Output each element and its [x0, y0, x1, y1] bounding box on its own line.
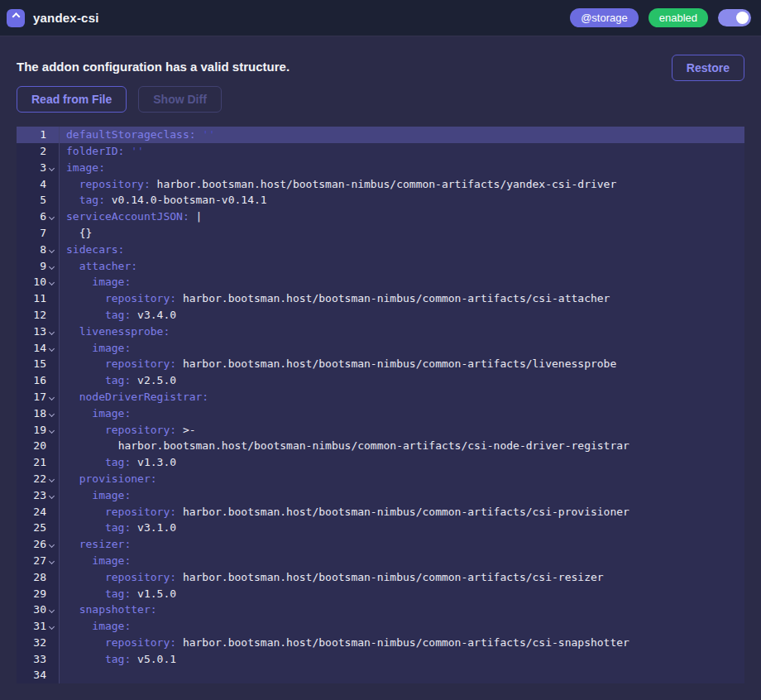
editor-line[interactable]: 10 image: [17, 274, 744, 290]
code-line[interactable]: snapshotter: [60, 602, 744, 618]
code-line[interactable]: image: [60, 618, 744, 635]
editor-line[interactable]: 7 {} [17, 225, 744, 242]
code-line[interactable]: repository: harbor.bootsman.host/bootsma… [60, 504, 744, 520]
code-line[interactable]: {} [60, 225, 744, 242]
fold-chevron-icon[interactable] [46, 405, 59, 422]
code-line[interactable]: image: [60, 274, 744, 290]
editor-line[interactable]: 30 snapshotter: [17, 602, 744, 618]
code-line[interactable]: repository: harbor.bootsman.host/bootsma… [60, 356, 744, 372]
fold-chevron-icon[interactable] [46, 242, 59, 258]
editor-line[interactable]: 25 tag: v3.1.0 [17, 520, 744, 536]
fold-chevron-icon[interactable] [46, 602, 59, 618]
code-line[interactable]: repository: harbor.bootsman.host/bootsma… [60, 635, 744, 651]
code-line[interactable]: tag: v1.3.0 [60, 454, 744, 471]
code-line[interactable]: harbor.bootsman.host/bootsman-nimbus/com… [60, 438, 744, 454]
code-line[interactable]: defaultStorageclass: '' [60, 127, 744, 143]
code-line[interactable] [60, 667, 744, 683]
editor-line[interactable]: 32 repository: harbor.bootsman.host/boot… [17, 635, 744, 651]
fold-chevron-icon[interactable] [46, 487, 59, 504]
editor-line[interactable]: 1defaultStorageclass: '' [17, 127, 744, 143]
code-line[interactable]: tag: v1.5.0 [60, 586, 744, 602]
line-number: 18 [33, 405, 46, 422]
line-number: 6 [40, 209, 46, 225]
editor-line[interactable]: 18 image: [17, 405, 744, 422]
yaml-editor[interactable]: 1defaultStorageclass: ''2folderID: ''3im… [17, 127, 744, 683]
editor-line[interactable]: 21 tag: v1.3.0 [17, 454, 744, 471]
editor-line[interactable]: 28 repository: harbor.bootsman.host/boot… [17, 569, 744, 586]
fold-chevron-icon[interactable] [46, 258, 59, 275]
code-line[interactable]: tag: v2.5.0 [60, 372, 744, 389]
code-line[interactable]: provisioner: [60, 471, 744, 487]
fold-chevron-icon[interactable] [46, 471, 59, 487]
editor-line[interactable]: 20 harbor.bootsman.host/bootsman-nimbus/… [17, 438, 744, 454]
editor-line[interactable]: 19 repository: >- [17, 422, 744, 439]
fold-chevron-icon[interactable] [46, 209, 59, 225]
gutter-cell: 11 [17, 290, 60, 307]
editor-line[interactable]: 6serviceAccountJSON: | [17, 209, 744, 225]
read-from-file-button[interactable]: Read from File [17, 86, 127, 113]
code-line[interactable]: sidecars: [60, 242, 744, 258]
editor-line[interactable]: 27 image: [17, 553, 744, 569]
gutter-cell: 25 [17, 520, 60, 536]
code-line[interactable]: folderID: '' [60, 143, 744, 160]
fold-chevron-icon[interactable] [46, 340, 59, 357]
editor-line[interactable]: 17 nodeDriverRegistrar: [17, 389, 744, 405]
editor-lines: 1defaultStorageclass: ''2folderID: ''3im… [17, 127, 744, 683]
editor-line[interactable]: 13 livenessprobe: [17, 324, 744, 340]
show-diff-button[interactable]: Show Diff [138, 86, 222, 113]
code-line[interactable]: repository: harbor.bootsman.host/bootsma… [60, 290, 744, 307]
editor-line[interactable]: 3image: [17, 160, 744, 176]
code-line[interactable]: image: [60, 553, 744, 569]
editor-line[interactable]: 22 provisioner: [17, 471, 744, 487]
editor-line[interactable]: 14 image: [17, 340, 744, 357]
fold-chevron-icon[interactable] [46, 536, 59, 553]
editor-line[interactable]: 33 tag: v5.0.1 [17, 651, 744, 668]
editor-line[interactable]: 23 image: [17, 487, 744, 504]
code-line[interactable]: nodeDriverRegistrar: [60, 389, 744, 405]
fold-chevron-icon[interactable] [46, 274, 59, 290]
editor-line[interactable]: 24 repository: harbor.bootsman.host/boot… [17, 504, 744, 520]
code-line[interactable]: image: [60, 487, 744, 504]
editor-line[interactable]: 29 tag: v1.5.0 [17, 586, 744, 602]
collapse-button[interactable] [7, 9, 25, 27]
enabled-toggle[interactable] [718, 9, 751, 26]
fold-chevron-icon[interactable] [46, 422, 59, 439]
status-badge: enabled [649, 8, 708, 28]
editor-line[interactable]: 15 repository: harbor.bootsman.host/boot… [17, 356, 744, 372]
gutter-cell: 10 [17, 274, 60, 290]
editor-line[interactable]: 2folderID: '' [17, 143, 744, 160]
gutter-cell: 32 [17, 635, 60, 651]
editor-line[interactable]: 12 tag: v3.4.0 [17, 307, 744, 324]
fold-chevron-icon[interactable] [46, 160, 59, 176]
line-number: 10 [33, 274, 46, 290]
code-line[interactable]: repository: >- [60, 422, 744, 439]
code-line[interactable]: repository: harbor.bootsman.host/bootsma… [60, 569, 744, 586]
code-line[interactable]: livenessprobe: [60, 324, 744, 340]
editor-line[interactable]: 9 attacher: [17, 258, 744, 275]
code-line[interactable]: attacher: [60, 258, 744, 275]
editor-line[interactable]: 5 tag: v0.14.0-bootsman-v0.14.1 [17, 192, 744, 209]
code-line[interactable]: resizer: [60, 536, 744, 553]
code-line[interactable]: tag: v3.4.0 [60, 307, 744, 324]
editor-line[interactable]: 31 image: [17, 618, 744, 635]
editor-line[interactable]: 26 resizer: [17, 536, 744, 553]
code-line[interactable]: image: [60, 340, 744, 357]
code-line[interactable]: serviceAccountJSON: | [60, 209, 744, 225]
code-line[interactable]: image: [60, 405, 744, 422]
fold-chevron-icon[interactable] [46, 389, 59, 405]
code-line[interactable]: tag: v5.0.1 [60, 651, 744, 668]
fold-chevron-icon[interactable] [46, 553, 59, 569]
editor-line[interactable]: 8sidecars: [17, 242, 744, 258]
editor-line[interactable]: 11 repository: harbor.bootsman.host/boot… [17, 290, 744, 307]
code-line[interactable]: image: [60, 160, 744, 176]
code-line[interactable]: tag: v0.14.0-bootsman-v0.14.1 [60, 192, 744, 209]
restore-button[interactable]: Restore [672, 55, 744, 81]
editor-line[interactable]: 4 repository: harbor.bootsman.host/boots… [17, 176, 744, 193]
code-line[interactable]: repository: harbor.bootsman.host/bootsma… [60, 176, 744, 193]
code-line[interactable]: tag: v3.1.0 [60, 520, 744, 536]
fold-chevron-icon[interactable] [46, 618, 59, 635]
gutter-cell: 17 [17, 389, 60, 405]
editor-line[interactable]: 16 tag: v2.5.0 [17, 372, 744, 389]
fold-chevron-icon[interactable] [46, 324, 59, 340]
editor-line[interactable]: 34 [17, 667, 744, 683]
